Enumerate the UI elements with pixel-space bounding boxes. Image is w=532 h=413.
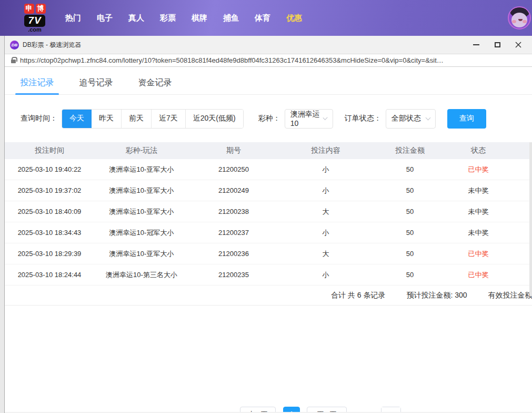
table-row[interactable]: 2025-03-10 18:40:09 澳洲幸运10-亚军大小 21200238… xyxy=(5,201,529,222)
close-icon xyxy=(515,42,521,48)
logo-suffix: .com xyxy=(28,27,42,33)
nav-items: 热门 电子 真人 彩票 棋牌 捕鱼 体育 优惠 xyxy=(57,13,310,23)
cell-content: 小 xyxy=(278,228,373,238)
cell-amount: 50 xyxy=(373,165,447,173)
cell-amount: 50 xyxy=(373,271,447,279)
cell-bet-time: 2025-03-10 18:29:39 xyxy=(5,250,94,258)
current-page-button[interactable]: 1 xyxy=(283,407,300,412)
cell-amount: 50 xyxy=(373,186,447,194)
cell-issue: 21200238 xyxy=(189,208,278,215)
tab-fund-records[interactable]: 资金记录 xyxy=(133,71,177,94)
cell-issue: 21200237 xyxy=(189,229,278,237)
table-row[interactable]: 2025-03-10 18:24:44 澳洲幸运10-第三名大小 2120023… xyxy=(5,264,529,286)
nav-item-fishing[interactable]: 捕鱼 xyxy=(215,13,247,23)
logo-badge-left: 申 xyxy=(24,4,34,14)
cell-game-play: 澳洲幸运10-亚军大小 xyxy=(94,186,189,195)
table-row[interactable]: 2025-03-10 18:34:43 澳洲幸运10-冠军大小 21200237… xyxy=(5,222,529,243)
nav-item-chess[interactable]: 棋牌 xyxy=(184,13,215,23)
header-bet-time: 投注时间 xyxy=(5,146,94,155)
nav-item-lottery[interactable]: 彩票 xyxy=(152,13,184,23)
cell-amount: 50 xyxy=(373,229,447,237)
avatar-blush xyxy=(512,20,516,23)
avatar-hair-bun xyxy=(522,7,528,13)
next-page-button[interactable]: 下一页 xyxy=(307,407,347,412)
table-row[interactable]: 2025-03-10 18:29:39 澳洲幸运10-亚军大小 21200236… xyxy=(5,243,529,264)
cell-status: 未中奖 xyxy=(447,186,510,195)
page-content: 投注记录 追号记录 资金记录 查询时间： 今天 昨天 前天 近7天 近20天(低… xyxy=(5,67,532,412)
table-row[interactable]: 2025-03-10 19:37:02 澳洲幸运10-亚军大小 21200249… xyxy=(5,180,529,201)
cell-game-play: 澳洲幸运10-第三名大小 xyxy=(94,270,189,280)
top-navbar: 申 博 7V .com 热门 电子 真人 彩票 棋牌 捕鱼 体育 优惠 xyxy=(0,0,532,36)
maximize-icon xyxy=(495,42,500,47)
cell-content: 小 xyxy=(278,186,373,195)
nav-item-live[interactable]: 真人 xyxy=(121,13,152,23)
filter-bar: 查询时间： 今天 昨天 前天 近7天 近20天(低频) 彩种： 澳洲幸运10 订… xyxy=(21,108,486,129)
url-text[interactable]: https://ctop02pchwp1.zfnc84.com/lottery/… xyxy=(20,56,526,64)
cell-status: 未中奖 xyxy=(447,228,510,238)
logo-text: 7V xyxy=(24,15,45,27)
time-option-7days[interactable]: 近7天 xyxy=(151,110,185,128)
lottery-select[interactable]: 澳洲幸运10 xyxy=(285,109,333,129)
time-option-yesterday[interactable]: 昨天 xyxy=(92,110,121,128)
nav-item-sports[interactable]: 体育 xyxy=(247,13,278,23)
address-bar[interactable]: https://ctop02pchwp1.zfnc84.com/lottery/… xyxy=(5,54,532,67)
header-content: 投注内容 xyxy=(278,146,373,155)
scrollbar-track[interactable] xyxy=(529,142,532,296)
table-summary-row: 合计 共 6 条记录 预计投注金额: 300 有效投注金额 xyxy=(5,286,532,306)
tab-bet-records[interactable]: 投注记录 xyxy=(15,71,59,94)
header-status: 状态 xyxy=(447,146,510,155)
summary-expected-amount: 预计投注金额: 300 xyxy=(406,291,467,300)
window-controls xyxy=(472,36,528,54)
nav-item-promotions[interactable]: 优惠 xyxy=(278,13,310,23)
cell-game-play: 澳洲幸运10-冠军大小 xyxy=(94,228,189,238)
status-filter-label: 订单状态： xyxy=(345,114,382,123)
chevron-down-icon xyxy=(425,115,430,120)
order-status-select[interactable]: 全部状态 xyxy=(386,109,436,129)
summary-valid-amount: 有效投注金额 xyxy=(488,291,532,300)
pagination-bar: 上一页 1 下一页 xyxy=(5,407,532,412)
nav-item-hot[interactable]: 热门 xyxy=(57,13,89,23)
lottery-select-value: 澳洲幸运10 xyxy=(290,110,324,127)
page-jump-box[interactable] xyxy=(381,407,401,412)
cell-bet-time: 2025-03-10 19:40:22 xyxy=(5,165,94,173)
page-jump-input[interactable] xyxy=(382,407,400,412)
db-favicon-icon: DB xyxy=(10,41,19,50)
avatar-blush xyxy=(523,20,527,23)
user-avatar[interactable] xyxy=(508,6,531,30)
cell-bet-time: 2025-03-10 18:24:44 xyxy=(5,271,94,279)
cell-bet-time: 2025-03-10 19:37:02 xyxy=(5,186,94,194)
cell-bet-time: 2025-03-10 18:34:43 xyxy=(5,229,94,237)
cell-content: 大 xyxy=(278,249,373,259)
lock-icon xyxy=(11,60,16,63)
status-select-value: 全部状态 xyxy=(392,114,421,123)
cell-issue: 21200236 xyxy=(189,250,278,258)
window-titlebar[interactable]: DB DB彩票 - 极速浏览器 xyxy=(5,36,532,54)
maximize-button[interactable] xyxy=(493,41,501,49)
nav-item-electronic[interactable]: 电子 xyxy=(89,13,121,23)
time-option-daybefore[interactable]: 前天 xyxy=(121,110,151,128)
close-button[interactable] xyxy=(514,41,523,49)
header-game-play: 彩种-玩法 xyxy=(94,146,189,155)
table-header-row: 投注时间 彩种-玩法 期号 投注内容 投注金额 状态 xyxy=(5,142,529,159)
cell-content: 大 xyxy=(278,207,373,217)
cell-status: 已中奖 xyxy=(447,270,510,280)
header-amount: 投注金额 xyxy=(373,146,447,155)
cell-game-play: 澳洲幸运10-亚军大小 xyxy=(94,249,189,259)
summary-total-records: 合计 共 6 条记录 xyxy=(331,291,385,300)
time-option-today[interactable]: 今天 xyxy=(62,110,92,128)
cell-issue: 21200235 xyxy=(189,271,278,279)
logo-badge-right: 博 xyxy=(36,4,46,14)
site-logo[interactable]: 申 博 7V .com xyxy=(18,4,51,33)
time-option-20days[interactable]: 近20天(低频) xyxy=(185,110,243,128)
cell-content: 小 xyxy=(278,165,373,174)
time-filter-label: 查询时间： xyxy=(21,114,57,123)
cell-status: 已中奖 xyxy=(447,249,510,259)
header-issue: 期号 xyxy=(189,146,278,155)
table-row[interactable]: 2025-03-10 19:40:22 澳洲幸运10-亚军大小 21200250… xyxy=(5,159,529,180)
cell-status: 已中奖 xyxy=(447,165,510,174)
prev-page-button[interactable]: 上一页 xyxy=(240,407,276,412)
tab-chase-records[interactable]: 追号记录 xyxy=(74,71,118,94)
query-button[interactable]: 查询 xyxy=(447,109,486,129)
minimize-button[interactable] xyxy=(472,41,480,49)
cell-amount: 50 xyxy=(373,250,447,258)
